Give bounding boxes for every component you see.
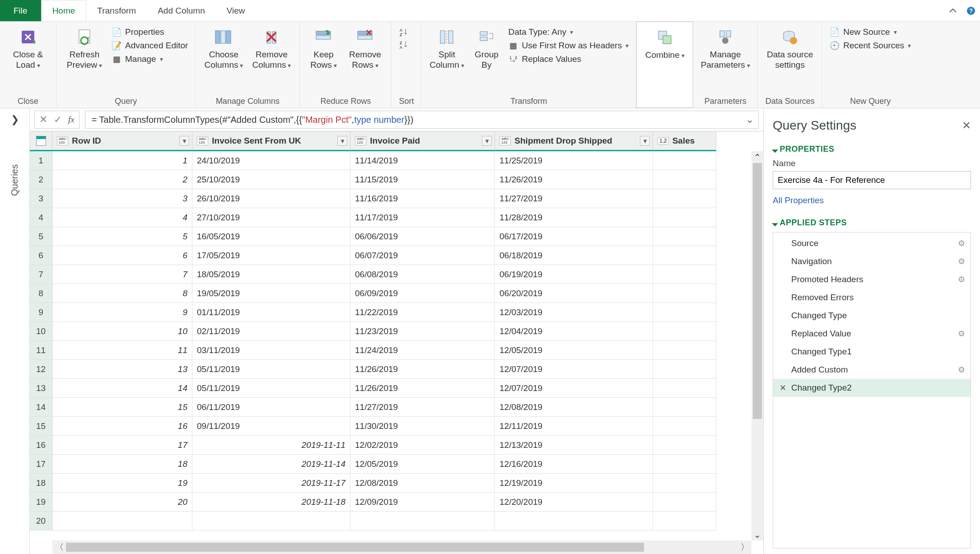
cell[interactable]: 06/08/2019 <box>350 265 495 284</box>
scroll-down-icon[interactable]: ⌄ <box>751 529 763 540</box>
cell[interactable]: 11/26/2019 <box>350 379 495 398</box>
cell[interactable] <box>653 455 716 474</box>
cell-row-id[interactable]: 7 <box>52 265 192 284</box>
cell[interactable]: 12/04/2019 <box>495 322 653 341</box>
tab-add-column[interactable]: Add Column <box>147 0 216 21</box>
cell[interactable]: 12/09/2019 <box>350 493 495 512</box>
cell[interactable]: 11/14/2019 <box>350 151 495 170</box>
cell[interactable]: 2019-11-18 <box>192 493 350 512</box>
row-number[interactable]: 7 <box>30 265 52 284</box>
applied-step[interactable]: Replaced Value⚙ <box>773 325 971 343</box>
row-number[interactable]: 4 <box>30 208 52 227</box>
tab-home[interactable]: Home <box>41 0 87 21</box>
cell[interactable] <box>653 303 716 322</box>
row-number[interactable]: 3 <box>30 189 52 208</box>
query-name-input[interactable] <box>773 171 971 189</box>
cell[interactable]: 18/05/2019 <box>192 265 350 284</box>
cell[interactable]: 11/26/2019 <box>350 360 495 379</box>
column-filter-icon[interactable]: ▾ <box>179 136 189 146</box>
column-header[interactable]: ABC123Invoice Paid▾ <box>350 131 495 151</box>
row-number[interactable]: 1 <box>30 151 52 170</box>
row-number[interactable]: 17 <box>30 455 52 474</box>
column-header[interactable]: ABC123Invoice Sent From UK▾ <box>192 131 350 151</box>
manage-parameters-button[interactable]: Manage Parameters <box>700 24 750 70</box>
cell[interactable]: 26/10/2019 <box>192 189 350 208</box>
scroll-right-icon[interactable]: 〉 <box>738 540 751 554</box>
cell[interactable] <box>653 151 716 170</box>
delete-step-icon[interactable]: ✕ <box>779 383 786 393</box>
applied-step[interactable]: Added Custom⚙ <box>773 361 971 379</box>
applied-step[interactable]: Removed Errors <box>773 289 971 307</box>
cell[interactable]: 16/05/2019 <box>192 227 350 246</box>
cell[interactable]: 06/17/2019 <box>495 227 653 246</box>
tab-view[interactable]: View <box>216 0 256 21</box>
cell[interactable] <box>653 474 716 493</box>
cell[interactable]: 24/10/2019 <box>192 151 350 170</box>
cell[interactable]: 06/11/2019 <box>192 398 350 417</box>
cell[interactable] <box>653 398 716 417</box>
cell[interactable] <box>653 493 716 512</box>
split-column-button[interactable]: Split Column <box>429 24 465 70</box>
cell[interactable] <box>653 417 716 436</box>
cell[interactable] <box>653 322 716 341</box>
cell[interactable]: 12/07/2019 <box>495 379 653 398</box>
new-source-button[interactable]: 📄New Source <box>830 27 911 37</box>
cell[interactable]: 06/07/2019 <box>350 246 495 265</box>
cell[interactable]: 06/06/2019 <box>350 227 495 246</box>
cell[interactable] <box>653 170 716 189</box>
cell[interactable]: 12/02/2019 <box>350 436 495 455</box>
type-icon[interactable]: ABC123 <box>499 136 511 145</box>
remove-rows-button[interactable]: Remove Rows <box>346 24 384 70</box>
refresh-preview-button[interactable]: Refresh Preview <box>64 24 105 70</box>
combine-button[interactable]: Combine <box>644 25 686 61</box>
cell[interactable] <box>653 227 716 246</box>
cell-row-id[interactable]: 20 <box>52 493 192 512</box>
applied-step[interactable]: Changed Type <box>773 307 971 325</box>
cell[interactable]: 19/05/2019 <box>192 284 350 303</box>
cell[interactable]: 11/16/2019 <box>350 189 495 208</box>
cell[interactable] <box>653 246 716 265</box>
tab-transform[interactable]: Transform <box>86 0 147 21</box>
applied-step[interactable]: Promoted Headers⚙ <box>773 270 971 289</box>
table-corner[interactable] <box>30 131 52 151</box>
cell[interactable]: 12/03/2019 <box>495 303 653 322</box>
cell[interactable]: 12/08/2019 <box>495 398 653 417</box>
first-row-headers-button[interactable]: ▦Use First Row as Headers <box>508 41 629 51</box>
applied-step[interactable]: Changed Type1 <box>773 343 971 361</box>
cell[interactable] <box>653 379 716 398</box>
scroll-up-icon[interactable]: ⌃ <box>751 151 763 163</box>
cell[interactable]: 2019-11-14 <box>192 455 350 474</box>
cell-row-id[interactable]: 3 <box>52 189 192 208</box>
row-number[interactable]: 13 <box>30 379 52 398</box>
cell-row-id[interactable] <box>52 512 192 531</box>
cell[interactable]: 05/11/2019 <box>192 360 350 379</box>
cell[interactable]: 12/11/2019 <box>495 417 653 436</box>
row-number[interactable]: 11 <box>30 341 52 360</box>
type-icon[interactable]: ABC123 <box>57 136 68 145</box>
cell[interactable]: 11/26/2019 <box>495 170 653 189</box>
properties-header[interactable]: PROPERTIES <box>773 144 971 154</box>
cell[interactable]: 06/18/2019 <box>495 246 653 265</box>
row-number[interactable]: 9 <box>30 303 52 322</box>
row-number[interactable]: 20 <box>30 512 52 531</box>
cell[interactable] <box>495 512 653 531</box>
column-filter-icon[interactable]: ▾ <box>640 136 650 146</box>
scroll-left-icon[interactable]: 〈 <box>52 540 66 554</box>
sort-desc-button[interactable]: ZA <box>399 40 409 50</box>
remove-columns-button[interactable]: Remove Columns <box>251 24 292 70</box>
cell-row-id[interactable]: 8 <box>52 284 192 303</box>
properties-button[interactable]: 📄Properties <box>112 27 188 37</box>
cell-row-id[interactable]: 13 <box>52 360 192 379</box>
type-icon[interactable]: ABC123 <box>355 136 366 145</box>
group-by-button[interactable]: Group By <box>471 24 502 70</box>
formula-cancel-icon[interactable]: ✕ <box>39 114 47 126</box>
gear-icon[interactable]: ⚙ <box>958 275 965 284</box>
cell[interactable]: 11/27/2019 <box>350 398 495 417</box>
gear-icon[interactable]: ⚙ <box>958 256 965 266</box>
row-number[interactable]: 15 <box>30 417 52 436</box>
row-number[interactable]: 5 <box>30 227 52 246</box>
collapse-ribbon-icon[interactable] <box>944 0 962 21</box>
cell[interactable]: 02/11/2019 <box>192 322 350 341</box>
cell[interactable]: 09/11/2019 <box>192 417 350 436</box>
cell[interactable] <box>653 436 716 455</box>
